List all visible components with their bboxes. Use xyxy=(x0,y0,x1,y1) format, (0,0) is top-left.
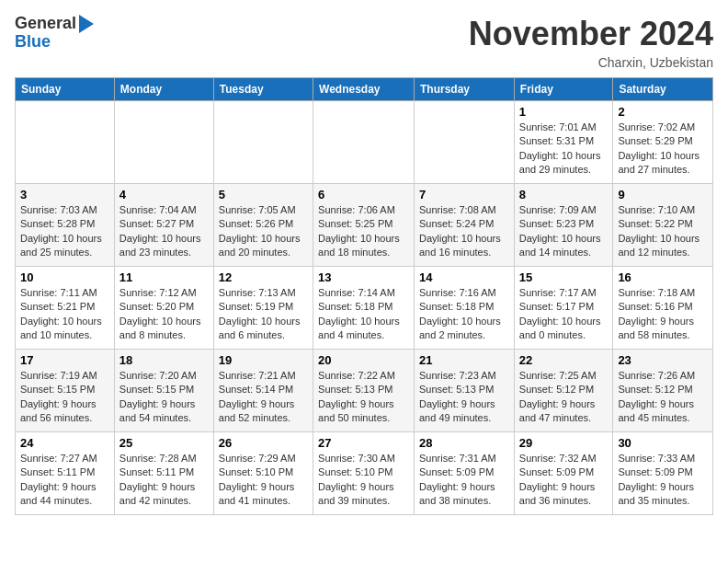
day-info: Sunrise: 7:11 AM Sunset: 5:21 PM Dayligh… xyxy=(20,286,109,343)
week-row-4: 17Sunrise: 7:19 AM Sunset: 5:15 PM Dayli… xyxy=(16,350,713,432)
day-cell: 7Sunrise: 7:08 AM Sunset: 5:24 PM Daylig… xyxy=(415,184,515,267)
week-row-3: 10Sunrise: 7:11 AM Sunset: 5:21 PM Dayli… xyxy=(16,267,713,350)
day-number: 1 xyxy=(519,105,609,119)
day-cell xyxy=(415,101,515,184)
day-number: 3 xyxy=(20,188,109,201)
calendar-table: SundayMondayTuesdayWednesdayThursdayFrid… xyxy=(15,77,713,515)
day-number: 30 xyxy=(618,436,708,450)
day-number: 7 xyxy=(419,188,509,201)
day-number: 4 xyxy=(119,188,209,201)
day-number: 2 xyxy=(618,105,708,119)
day-cell: 11Sunrise: 7:12 AM Sunset: 5:20 PM Dayli… xyxy=(114,267,213,350)
location: Charxin, Uzbekistan xyxy=(469,55,713,70)
day-number: 19 xyxy=(219,353,308,367)
day-info: Sunrise: 7:08 AM Sunset: 5:24 PM Dayligh… xyxy=(419,203,509,260)
day-number: 24 xyxy=(20,436,109,450)
day-number: 11 xyxy=(119,270,209,284)
day-cell: 28Sunrise: 7:31 AM Sunset: 5:09 PM Dayli… xyxy=(415,432,515,515)
day-cell: 21Sunrise: 7:23 AM Sunset: 5:13 PM Dayli… xyxy=(415,350,515,432)
day-header-monday: Monday xyxy=(114,78,213,101)
day-number: 15 xyxy=(519,270,609,284)
logo-blue: Blue xyxy=(15,33,51,52)
day-cell: 3Sunrise: 7:03 AM Sunset: 5:28 PM Daylig… xyxy=(16,184,115,267)
day-info: Sunrise: 7:16 AM Sunset: 5:18 PM Dayligh… xyxy=(419,286,509,343)
day-cell: 17Sunrise: 7:19 AM Sunset: 5:15 PM Dayli… xyxy=(16,350,115,432)
day-info: Sunrise: 7:20 AM Sunset: 5:15 PM Dayligh… xyxy=(119,369,209,426)
day-cell: 18Sunrise: 7:20 AM Sunset: 5:15 PM Dayli… xyxy=(114,350,213,432)
day-number: 20 xyxy=(318,353,409,367)
day-cell: 1Sunrise: 7:01 AM Sunset: 5:31 PM Daylig… xyxy=(514,101,613,184)
week-row-2: 3Sunrise: 7:03 AM Sunset: 5:28 PM Daylig… xyxy=(16,184,713,267)
day-info: Sunrise: 7:03 AM Sunset: 5:28 PM Dayligh… xyxy=(20,203,109,260)
day-info: Sunrise: 7:25 AM Sunset: 5:12 PM Dayligh… xyxy=(519,369,609,426)
day-info: Sunrise: 7:04 AM Sunset: 5:27 PM Dayligh… xyxy=(119,203,209,260)
day-info: Sunrise: 7:10 AM Sunset: 5:22 PM Dayligh… xyxy=(618,203,708,260)
day-cell: 6Sunrise: 7:06 AM Sunset: 5:25 PM Daylig… xyxy=(313,184,415,267)
day-number: 8 xyxy=(519,188,609,201)
day-header-tuesday: Tuesday xyxy=(213,78,313,101)
page-header: General Blue November 2024 Charxin, Uzbe… xyxy=(15,15,713,70)
day-number: 29 xyxy=(519,436,609,450)
day-info: Sunrise: 7:02 AM Sunset: 5:29 PM Dayligh… xyxy=(618,121,708,178)
day-number: 18 xyxy=(119,353,209,367)
day-number: 26 xyxy=(219,436,308,450)
day-cell: 13Sunrise: 7:14 AM Sunset: 5:18 PM Dayli… xyxy=(313,267,415,350)
day-info: Sunrise: 7:05 AM Sunset: 5:26 PM Dayligh… xyxy=(219,203,308,260)
title-block: November 2024 Charxin, Uzbekistan xyxy=(469,15,713,70)
day-cell: 20Sunrise: 7:22 AM Sunset: 5:13 PM Dayli… xyxy=(313,350,415,432)
day-cell: 15Sunrise: 7:17 AM Sunset: 5:17 PM Dayli… xyxy=(514,267,613,350)
day-info: Sunrise: 7:14 AM Sunset: 5:18 PM Dayligh… xyxy=(318,286,409,343)
day-number: 14 xyxy=(419,270,509,284)
day-info: Sunrise: 7:29 AM Sunset: 5:10 PM Dayligh… xyxy=(219,452,308,509)
day-cell: 29Sunrise: 7:32 AM Sunset: 5:09 PM Dayli… xyxy=(514,432,613,515)
day-number: 25 xyxy=(119,436,209,450)
day-number: 5 xyxy=(219,188,308,201)
day-info: Sunrise: 7:18 AM Sunset: 5:16 PM Dayligh… xyxy=(618,286,708,343)
day-cell: 26Sunrise: 7:29 AM Sunset: 5:10 PM Dayli… xyxy=(213,432,313,515)
logo-arrow-icon xyxy=(79,15,94,33)
day-cell: 23Sunrise: 7:26 AM Sunset: 5:12 PM Dayli… xyxy=(613,350,713,432)
day-info: Sunrise: 7:19 AM Sunset: 5:15 PM Dayligh… xyxy=(20,369,109,426)
day-info: Sunrise: 7:23 AM Sunset: 5:13 PM Dayligh… xyxy=(419,369,509,426)
day-cell: 16Sunrise: 7:18 AM Sunset: 5:16 PM Dayli… xyxy=(613,267,713,350)
day-info: Sunrise: 7:01 AM Sunset: 5:31 PM Dayligh… xyxy=(519,121,609,178)
calendar-header-row: SundayMondayTuesdayWednesdayThursdayFrid… xyxy=(16,78,713,101)
day-cell: 24Sunrise: 7:27 AM Sunset: 5:11 PM Dayli… xyxy=(16,432,115,515)
day-number: 13 xyxy=(318,270,409,284)
day-info: Sunrise: 7:12 AM Sunset: 5:20 PM Dayligh… xyxy=(119,286,209,343)
week-row-5: 24Sunrise: 7:27 AM Sunset: 5:11 PM Dayli… xyxy=(16,432,713,515)
day-cell: 12Sunrise: 7:13 AM Sunset: 5:19 PM Dayli… xyxy=(213,267,313,350)
day-cell xyxy=(114,101,213,184)
day-header-saturday: Saturday xyxy=(613,78,713,101)
day-info: Sunrise: 7:22 AM Sunset: 5:13 PM Dayligh… xyxy=(318,369,409,426)
day-number: 28 xyxy=(419,436,509,450)
day-header-wednesday: Wednesday xyxy=(313,78,415,101)
week-row-1: 1Sunrise: 7:01 AM Sunset: 5:31 PM Daylig… xyxy=(16,101,713,184)
day-info: Sunrise: 7:17 AM Sunset: 5:17 PM Dayligh… xyxy=(519,286,609,343)
day-cell: 8Sunrise: 7:09 AM Sunset: 5:23 PM Daylig… xyxy=(514,184,613,267)
day-info: Sunrise: 7:28 AM Sunset: 5:11 PM Dayligh… xyxy=(119,452,209,509)
day-cell xyxy=(16,101,115,184)
day-cell: 9Sunrise: 7:10 AM Sunset: 5:22 PM Daylig… xyxy=(613,184,713,267)
day-info: Sunrise: 7:09 AM Sunset: 5:23 PM Dayligh… xyxy=(519,203,609,260)
day-cell: 22Sunrise: 7:25 AM Sunset: 5:12 PM Dayli… xyxy=(514,350,613,432)
calendar-body: 1Sunrise: 7:01 AM Sunset: 5:31 PM Daylig… xyxy=(16,101,713,515)
logo: General Blue xyxy=(15,15,94,52)
day-number: 6 xyxy=(318,188,409,201)
day-number: 17 xyxy=(20,353,109,367)
day-info: Sunrise: 7:32 AM Sunset: 5:09 PM Dayligh… xyxy=(519,452,609,509)
day-number: 21 xyxy=(419,353,509,367)
day-number: 22 xyxy=(519,353,609,367)
day-number: 16 xyxy=(618,270,708,284)
day-cell: 19Sunrise: 7:21 AM Sunset: 5:14 PM Dayli… xyxy=(213,350,313,432)
day-info: Sunrise: 7:21 AM Sunset: 5:14 PM Dayligh… xyxy=(219,369,308,426)
day-number: 12 xyxy=(219,270,308,284)
day-cell: 30Sunrise: 7:33 AM Sunset: 5:09 PM Dayli… xyxy=(613,432,713,515)
day-header-sunday: Sunday xyxy=(16,78,115,101)
day-info: Sunrise: 7:13 AM Sunset: 5:19 PM Dayligh… xyxy=(219,286,308,343)
day-cell: 5Sunrise: 7:05 AM Sunset: 5:26 PM Daylig… xyxy=(213,184,313,267)
day-cell xyxy=(213,101,313,184)
day-info: Sunrise: 7:27 AM Sunset: 5:11 PM Dayligh… xyxy=(20,452,109,509)
day-cell: 25Sunrise: 7:28 AM Sunset: 5:11 PM Dayli… xyxy=(114,432,213,515)
day-cell: 14Sunrise: 7:16 AM Sunset: 5:18 PM Dayli… xyxy=(415,267,515,350)
